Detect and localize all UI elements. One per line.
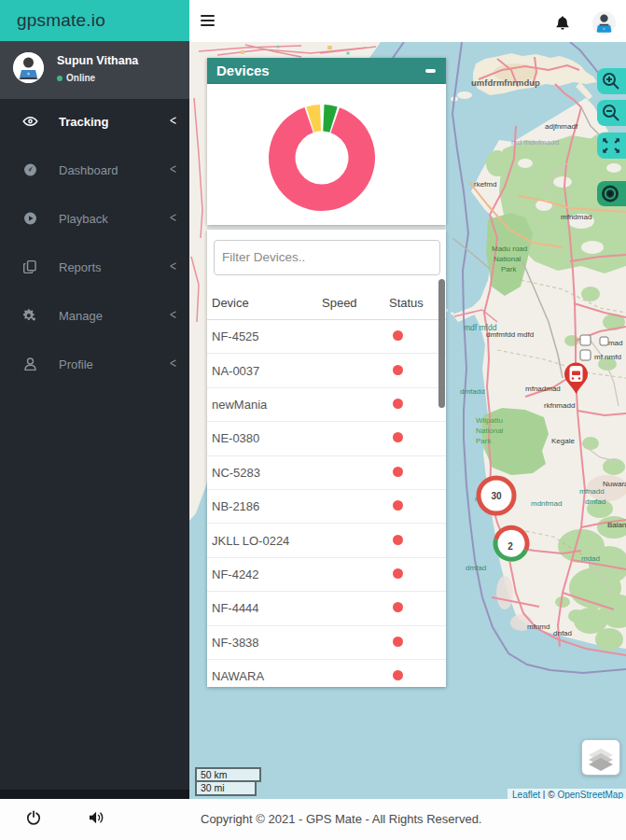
svg-text:Madu road: Madu road	[492, 245, 527, 253]
svg-text:dmfad: dmfad	[585, 497, 605, 506]
svg-text:Kegale: Kegale	[551, 437, 575, 445]
svg-text:dmfadd: dmfadd	[460, 387, 485, 396]
svg-text:mfnadd: mfnadd	[579, 487, 605, 496]
svg-text:rkfnmadd: rkfnmadd	[544, 401, 575, 410]
svg-text:adjfnmadf: adjfnmadf	[545, 122, 578, 131]
svg-text:National: National	[494, 255, 522, 263]
svg-text:Wilpattu: Wilpattu	[476, 416, 503, 425]
svg-text:mfndmad: mfndmad	[561, 213, 591, 221]
svg-text:md mdnfmadd: md mdnfmadd	[511, 138, 559, 147]
svg-text:mf nmfd: mf nmfd	[594, 353, 621, 361]
svg-text:mdnfmad: mdnfmad	[531, 499, 562, 508]
svg-text:Park: Park	[476, 437, 492, 445]
svg-text:dmfad: dmfad	[466, 564, 486, 572]
svg-text:rkefmd: rkefmd	[474, 180, 496, 189]
svg-text:dnfad: dnfad	[553, 629, 572, 637]
svg-text:Balangod: Balangod	[607, 521, 626, 529]
svg-text:National: National	[476, 427, 504, 435]
svg-text:mdad: mdad	[581, 554, 600, 563]
svg-text:Nuwara: Nuwara	[603, 480, 626, 488]
svg-text:umfdrmfnrmdup: umfdrmfnrmdup	[471, 77, 540, 88]
svg-text:2: 2	[508, 541, 513, 552]
svg-text:mfnadmad: mfnadmad	[525, 385, 561, 393]
svg-text:mdf mfdd: mdf mfdd	[464, 323, 497, 332]
svg-text:mfnmd: mfnmd	[527, 623, 549, 631]
svg-text:Park: Park	[501, 265, 517, 273]
svg-text:30: 30	[491, 491, 502, 501]
